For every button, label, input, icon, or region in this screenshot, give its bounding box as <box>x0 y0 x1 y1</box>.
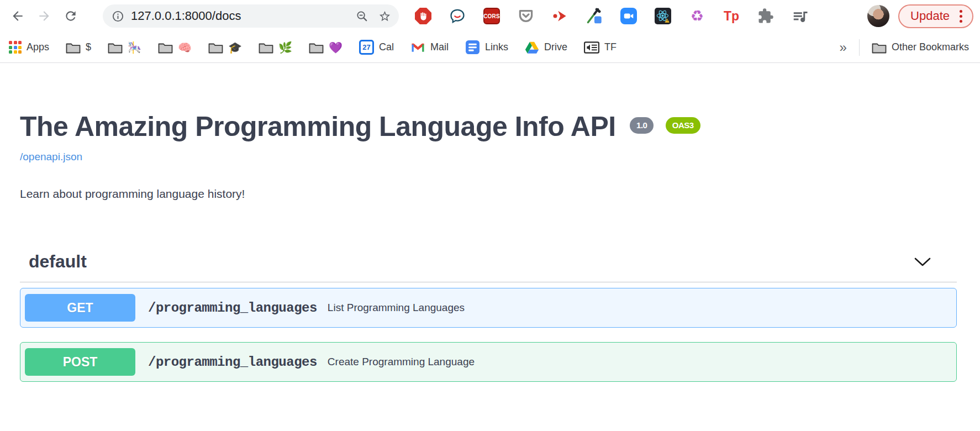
bookmark-tf[interactable]: TF <box>584 41 617 54</box>
swagger-docs-page: The Amazing Programming Language Info AP… <box>0 112 980 382</box>
address-bar[interactable]: 127.0.0.1:8000/docs <box>103 4 399 28</box>
cors-extension-icon[interactable]: CORS <box>483 7 500 25</box>
zoom-out-indicator-icon[interactable] <box>356 10 368 23</box>
recycle-icon: ♻ <box>691 9 704 24</box>
folder-icon <box>309 41 324 54</box>
other-bookmarks-folder[interactable]: Other Bookmarks <box>872 41 969 54</box>
purple-heart-emoji: 💜 <box>329 42 343 53</box>
forward-button[interactable] <box>33 5 55 27</box>
api-description: Learn about programming language history… <box>20 187 957 201</box>
update-label: Update <box>910 9 950 23</box>
playlist-extension-icon[interactable] <box>791 7 809 25</box>
bookmark-calendar[interactable]: 27 Cal <box>359 40 394 55</box>
bookmark-folder-herb[interactable]: 🌿 <box>259 41 292 54</box>
page-info-icon[interactable] <box>112 10 124 23</box>
endpoint-summary: Create Programming Language <box>328 356 475 368</box>
oas3-badge: OAS3 <box>666 117 700 134</box>
post-method-badge: POST <box>25 348 135 376</box>
bookmarks-bar: Apps $ 🎠 🧠 🎓 🌿 💜 27 Cal Mail <box>0 32 980 63</box>
reload-button[interactable] <box>60 5 82 27</box>
forward-arrow-icon <box>37 9 51 23</box>
url-text: 127.0.0.1:8000/docs <box>131 9 356 23</box>
zoom-extension-icon[interactable] <box>620 7 637 25</box>
herb-emoji: 🌿 <box>278 42 292 53</box>
eyedropper-icon <box>586 8 603 24</box>
react-devtools-extension-icon[interactable] <box>654 7 672 25</box>
extension-icons: CORS <box>414 7 809 25</box>
apps-grid-icon <box>9 41 22 54</box>
bookmark-folder-graduation[interactable]: 🎓 <box>208 41 242 54</box>
google-drive-icon <box>525 41 539 54</box>
chevron-down-icon[interactable] <box>914 257 931 267</box>
chat-bubble-icon <box>449 8 466 24</box>
bookmark-drive[interactable]: Drive <box>525 41 567 54</box>
bookmark-apps[interactable]: Apps <box>9 41 49 54</box>
teleparty-extension-icon[interactable]: Tp <box>723 7 740 25</box>
video-camera-icon <box>620 8 637 24</box>
gmail-icon <box>410 41 425 54</box>
folder-icon <box>158 41 173 54</box>
bookmark-gmail[interactable]: Mail <box>410 41 449 54</box>
endpoint-row-post-programming-languages[interactable]: POST /programming_languages Create Progr… <box>20 342 957 382</box>
links-doc-icon <box>465 40 480 55</box>
update-button[interactable]: Update <box>898 4 973 28</box>
get-method-badge: GET <box>25 294 135 322</box>
react-atom-icon <box>655 8 671 24</box>
folder-icon <box>208 41 223 54</box>
bookmark-folder-carousel[interactable]: 🎠 <box>108 41 141 54</box>
reload-icon <box>64 9 78 23</box>
version-badge: 1.0 <box>630 117 654 134</box>
browser-menu-kebab-icon[interactable] <box>957 8 965 25</box>
pocket-extension-icon[interactable] <box>517 7 535 25</box>
endpoint-path: /programming_languages <box>148 301 317 316</box>
openapi-spec-link[interactable]: /openapi.json <box>20 151 82 163</box>
endpoint-summary: List Programming Languages <box>328 302 465 314</box>
bookmark-links[interactable]: Links <box>465 40 508 55</box>
browser-toolbar: 127.0.0.1:8000/docs CORS <box>0 0 980 32</box>
back-arrow-icon <box>10 9 25 23</box>
cors-label: CORS <box>483 8 500 24</box>
color-picker-extension-icon[interactable] <box>586 7 603 25</box>
bookmarks-overflow-chevron[interactable]: » <box>840 40 847 55</box>
folder-icon <box>108 41 123 54</box>
folder-icon <box>259 41 273 54</box>
playlist-music-icon <box>792 8 808 24</box>
folder-icon <box>872 41 887 54</box>
bookmark-folder-dollar[interactable]: $ <box>66 41 91 54</box>
redirect-extension-icon[interactable] <box>551 7 569 25</box>
carousel-horse-emoji: 🎠 <box>128 42 141 53</box>
brain-emoji: 🧠 <box>178 42 192 53</box>
endpoint-row-get-programming-languages[interactable]: GET /programming_languages List Programm… <box>20 288 957 328</box>
api-title-text: The Amazing Programming Language Info AP… <box>20 111 616 142</box>
folder-icon <box>66 41 81 54</box>
back-button[interactable] <box>7 5 29 27</box>
profile-avatar[interactable] <box>867 5 889 27</box>
bookmark-folder-brain[interactable]: 🧠 <box>158 41 192 54</box>
stop-hand-extension-icon[interactable] <box>414 7 432 25</box>
stop-octagon-icon <box>415 8 431 24</box>
tf-card-speaker-icon <box>584 41 599 54</box>
endpoint-path: /programming_languages <box>148 355 317 370</box>
bookmark-folder-purple-heart[interactable]: 💜 <box>309 41 343 54</box>
recycle-extension-icon[interactable]: ♻ <box>688 7 706 25</box>
chat-bubble-extension-icon[interactable] <box>449 7 466 25</box>
puzzle-icon <box>757 8 774 24</box>
bookmark-star-icon[interactable] <box>378 10 391 23</box>
red-arrow-icon <box>552 8 568 24</box>
page-title: The Amazing Programming Language Info AP… <box>20 112 957 142</box>
extensions-puzzle-icon[interactable] <box>757 7 774 25</box>
tp-logo: Tp <box>724 10 739 23</box>
section-title: default <box>29 251 87 272</box>
pocket-shield-icon <box>518 8 534 24</box>
section-header-default[interactable]: default <box>20 251 957 282</box>
bookmarks-divider <box>859 39 860 56</box>
google-calendar-icon: 27 <box>359 40 374 55</box>
graduation-cap-emoji: 🎓 <box>228 42 242 53</box>
